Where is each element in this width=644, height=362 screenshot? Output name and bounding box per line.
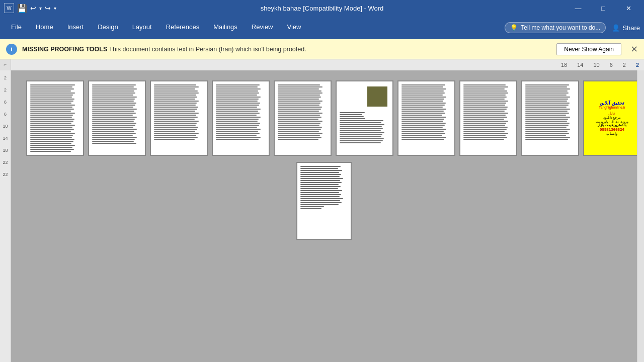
page-lines [89, 81, 145, 147]
page-thumb-10-ad[interactable]: تحقیق آنلاین Tahghighonline.ir فایل مرجع… [583, 80, 637, 156]
ribbon-right: 💡 Tell me what you want to do... 👤 Share [505, 16, 640, 39]
tab-home[interactable]: Home [29, 16, 60, 39]
vertical-ruler: 2 2 6 6 10 14 18 22 22 [0, 70, 11, 362]
page-thumb-3[interactable] [150, 80, 208, 156]
title-bar-controls: — □ ✕ [567, 0, 640, 16]
tab-review[interactable]: Review [245, 16, 280, 39]
page-thumb-11[interactable] [296, 162, 352, 240]
title-bar-left: W 💾 ↩ ▾ ↪ ▾ [4, 3, 56, 13]
page-image [367, 86, 387, 107]
share-label: Share [622, 24, 640, 32]
page-thumb-5[interactable] [274, 80, 332, 156]
page-lines [151, 81, 207, 143]
share-button[interactable]: 👤 Share [612, 24, 640, 32]
page-thumb-7[interactable] [397, 80, 455, 156]
ruler-area: ⌐ 18 14 10 6 2 2 [0, 59, 644, 70]
notif-message: This document contains text in Persian (… [109, 46, 306, 53]
tell-me-box[interactable]: 💡 Tell me what you want to do... [505, 22, 606, 33]
page-lines [398, 81, 454, 143]
page-lines [27, 81, 83, 155]
title-bar-title: sheykh bahae [Compatibility Mode] - Word [261, 5, 384, 12]
maximize-button[interactable]: □ [592, 0, 615, 16]
page-thumb-1[interactable] [26, 80, 84, 156]
scrollbar[interactable] [637, 70, 644, 362]
tab-design[interactable]: Design [91, 16, 125, 39]
tab-mailings[interactable]: Mailings [206, 16, 245, 39]
page-thumb-9[interactable] [521, 80, 579, 156]
ribbon: File Home Insert Design Layout Reference… [0, 16, 644, 39]
page-thumb-8[interactable] [459, 80, 517, 156]
pages-row-2 [26, 162, 622, 240]
minimize-button[interactable]: — [567, 0, 590, 16]
ruler-v-numbers: 2 2 6 6 10 14 18 22 22 [3, 75, 8, 177]
horizontal-ruler: 18 14 10 6 2 2 [11, 59, 644, 70]
word-icon: W [4, 3, 14, 13]
tab-view[interactable]: View [280, 16, 308, 39]
tab-layout[interactable]: Layout [125, 16, 159, 39]
pages-row-1: تحقیق آنلاین Tahghighonline.ir فایل مرجع… [26, 80, 622, 156]
tab-references[interactable]: References [159, 16, 206, 39]
redo-icon[interactable]: ↪ [45, 4, 51, 12]
page-lines [337, 109, 392, 146]
page-lines [213, 81, 269, 143]
tab-file[interactable]: File [4, 16, 29, 39]
tab-insert[interactable]: Insert [60, 16, 91, 39]
customize-icon[interactable]: ▾ [54, 6, 56, 11]
lightbulb-icon: 💡 [510, 24, 518, 31]
notification-bar: i MISSING PROOFING TOOLS This document c… [0, 39, 644, 59]
undo-dropdown[interactable]: ▾ [39, 6, 42, 11]
ruler-numbers: 18 14 10 6 2 2 [561, 62, 639, 68]
ruler-corner: ⌐ [0, 59, 11, 70]
page-lines [275, 81, 331, 143]
page-thumb-4[interactable] [212, 80, 270, 156]
notif-close-button[interactable]: ✕ [630, 44, 638, 55]
page-lines [297, 163, 351, 212]
notif-text: MISSING PROOFING TOOLS This document con… [22, 46, 551, 53]
doc-area: تحقیق آنلاین Tahghighonline.ir فایل مرجع… [11, 70, 637, 362]
main-area: 2 2 6 6 10 14 18 22 22 [0, 70, 644, 362]
tell-me-text: Tell me what you want to do... [521, 24, 600, 31]
page-lines [522, 81, 578, 143]
page-thumb-2[interactable] [88, 80, 146, 156]
close-button[interactable]: ✕ [617, 0, 640, 16]
page-thumb-6[interactable] [336, 80, 393, 156]
undo-icon[interactable]: ↩ [30, 4, 36, 12]
notif-title: MISSING PROOFING TOOLS [22, 46, 107, 53]
never-show-again-button[interactable]: Never Show Again [556, 43, 621, 55]
person-icon: 👤 [612, 24, 620, 32]
page-lines [460, 81, 516, 143]
title-bar: W 💾 ↩ ▾ ↪ ▾ sheykh bahae [Compatibility … [0, 0, 644, 16]
save-icon[interactable]: 💾 [17, 4, 27, 13]
ad-content: تحقیق آنلاین Tahghighonline.ir فایل مرجع… [596, 101, 628, 136]
notif-info-icon: i [6, 44, 17, 55]
